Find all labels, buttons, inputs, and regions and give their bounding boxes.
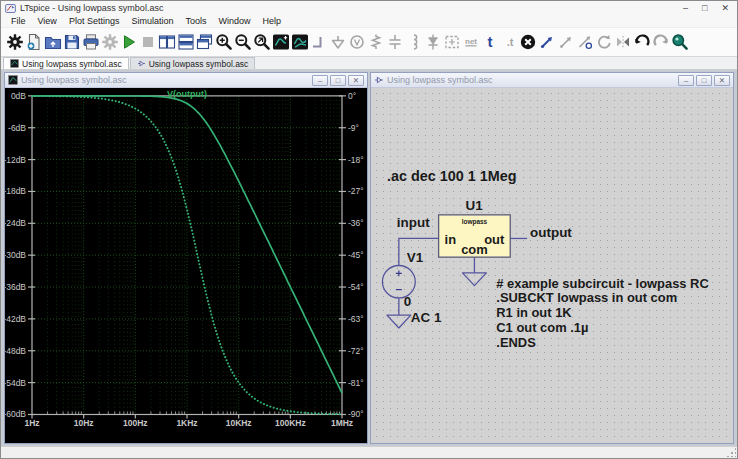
v1-ac-value[interactable]: AC 1 [411, 310, 442, 325]
zoom-out-icon[interactable] [233, 30, 252, 55]
svg-text:.t: .t [506, 36, 513, 48]
menu-item-plot-settings[interactable]: Plot Settings [64, 15, 125, 27]
subcircuit-text-line[interactable]: .ENDS [496, 335, 536, 350]
schematic-pane-titlebar[interactable]: Using lowpass symbol.asc –□✕ [371, 73, 733, 88]
subcircuit-text-line[interactable]: R1 in out 1K [496, 305, 572, 320]
u1-component[interactable]: lowpassinoutcom [439, 215, 511, 257]
schematic-pane-restore-button[interactable]: □ [696, 75, 712, 86]
u1-reference[interactable]: U1 [465, 198, 483, 213]
run-sim-icon[interactable] [119, 30, 138, 55]
tile-vertical-icon[interactable] [157, 30, 176, 55]
place-resistor-icon[interactable] [366, 30, 385, 55]
pause-sim-icon[interactable] [100, 30, 119, 55]
tab-waveform[interactable]: Using lowpass symbol.asc [3, 57, 129, 69]
menu-item-simulation[interactable]: Simulation [126, 15, 178, 27]
x-tick-label: 100KHz [275, 418, 306, 428]
autorange-y-axis-icon[interactable] [271, 30, 290, 55]
bode-plot[interactable]: 0dB-6dB-12dB-18dB-24dB-30dB-36dB-42dB-48… [5, 88, 367, 443]
v1-circle[interactable] [382, 266, 415, 298]
draw-wire-icon[interactable] [309, 30, 328, 55]
rotate-icon[interactable] [594, 30, 613, 55]
menu-item-file[interactable]: File [6, 15, 31, 27]
place-inductor-icon[interactable] [404, 30, 423, 55]
schematic-pane-close-button[interactable]: ✕ [714, 75, 730, 86]
place-diode-icon[interactable] [423, 30, 442, 55]
v1-reference[interactable]: V1 [407, 250, 424, 265]
delete-mode-icon[interactable] [518, 30, 537, 55]
schematic-canvas[interactable]: .ac dec 100 1 1MeglowpassinoutcomU1input… [371, 88, 733, 443]
settings-gear-icon[interactable] [5, 30, 24, 55]
status-text [1, 454, 5, 459]
new-schematic-icon[interactable] [24, 30, 43, 55]
y-left-tick-label: -18dB [5, 186, 26, 196]
redo-icon[interactable] [651, 30, 670, 55]
zoom-full-extents-icon[interactable] [252, 30, 271, 55]
y-left-tick-label: -36dB [5, 282, 26, 292]
trace-title[interactable]: V(output) [167, 89, 207, 99]
x-tick-label: 1Hz [24, 418, 39, 428]
mdi-area: Using lowpass symbol.asc –□✕ 0dB-6dB-12d… [1, 70, 737, 446]
tile-horizontal-icon[interactable] [176, 30, 195, 55]
place-text-icon[interactable]: t [480, 30, 499, 55]
ground-symbol-v1[interactable] [387, 315, 411, 328]
menu-item-window[interactable]: Window [213, 15, 255, 27]
waveform-pane-minimize-button[interactable]: – [312, 75, 328, 86]
waveform-pane-titlebar[interactable]: Using lowpass symbol.asc –□✕ [5, 73, 367, 88]
mirror-icon[interactable] [613, 30, 632, 55]
find-icon[interactable] [670, 30, 689, 55]
place-capacitor-icon[interactable] [385, 30, 404, 55]
place-net-name-icon[interactable]: net [461, 30, 480, 55]
drag-mode-icon[interactable] [556, 30, 575, 55]
y-left-tick-label: -42dB [5, 314, 26, 324]
subcircuit-text-block[interactable]: # example subcircuit - lowpass RC.SUBCKT… [496, 276, 708, 350]
status-bar [1, 446, 737, 458]
schematic-pane-buttons: –□✕ [678, 75, 730, 86]
tab-schematic[interactable]: Using lowpass symbol.asc [130, 57, 256, 69]
window-title: LTspice - Using lowpass symbol.asc [20, 3, 683, 13]
place-component-icon[interactable] [442, 30, 461, 55]
v1-source[interactable] [382, 266, 415, 298]
zoom-in-icon[interactable] [214, 30, 233, 55]
menu-item-tools[interactable]: Tools [180, 15, 211, 27]
place-label-icon[interactable] [347, 30, 366, 55]
resize-grip[interactable] [726, 447, 736, 457]
net-label-output[interactable]: output [530, 226, 572, 241]
waveform-pane-restore-button[interactable]: □ [330, 75, 346, 86]
subcircuit-text-line[interactable]: # example subcircuit - lowpass RC [496, 276, 708, 291]
schematic-tab-icon [137, 59, 146, 68]
subcircuit-text-line[interactable]: C1 out com .1µ [496, 320, 588, 335]
subcircuit-text-line[interactable]: .SUBCKT lowpass in out com [496, 290, 677, 305]
y-right-tick-label: -72° [348, 346, 364, 356]
x-tick-label: 10KHz [226, 418, 252, 428]
waveform-plot-canvas[interactable]: 0dB-6dB-12dB-18dB-24dB-30dB-36dB-42dB-48… [5, 88, 367, 443]
cascade-windows-icon[interactable] [195, 30, 214, 55]
move-mode-icon[interactable] [575, 30, 594, 55]
minimize-button[interactable]: – [683, 2, 688, 14]
menu-item-view[interactable]: View [33, 15, 62, 27]
window-controls: –□✕ [683, 2, 733, 14]
net-label-input[interactable]: input [397, 215, 430, 230]
ground-symbol-com[interactable] [462, 273, 486, 286]
plot-settings-icon[interactable] [290, 30, 309, 55]
v1-dc-value[interactable]: 0 [404, 294, 411, 309]
schematic-pane-minimize-button[interactable]: – [678, 75, 694, 86]
ac-directive-text[interactable]: .ac dec 100 1 1Meg [387, 168, 517, 184]
y-left-tick-label: -48dB [5, 346, 26, 356]
halt-sim-icon[interactable] [138, 30, 157, 55]
place-ground-icon[interactable] [328, 30, 347, 55]
spice-directive-icon[interactable]: .t [499, 30, 518, 55]
print-icon[interactable] [81, 30, 100, 55]
waveform-pane-close-button[interactable]: ✕ [348, 75, 364, 86]
ltspice-window: LTspice - Using lowpass symbol.asc –□✕ F… [0, 0, 738, 459]
close-button[interactable]: ✕ [721, 2, 729, 14]
undo-icon[interactable] [632, 30, 651, 55]
waveform-pane-buttons: –□✕ [312, 75, 364, 86]
duplicate-mode-icon[interactable] [537, 30, 556, 55]
x-tick-label: 1MHz [331, 418, 353, 428]
y-right-tick-label: 0° [348, 91, 356, 101]
save-icon[interactable] [62, 30, 81, 55]
maximize-button[interactable]: □ [702, 2, 707, 14]
schematic-drawing[interactable]: .ac dec 100 1 1MeglowpassinoutcomU1input… [371, 88, 733, 443]
open-file-icon[interactable] [43, 30, 62, 55]
menu-item-help[interactable]: Help [257, 15, 286, 27]
